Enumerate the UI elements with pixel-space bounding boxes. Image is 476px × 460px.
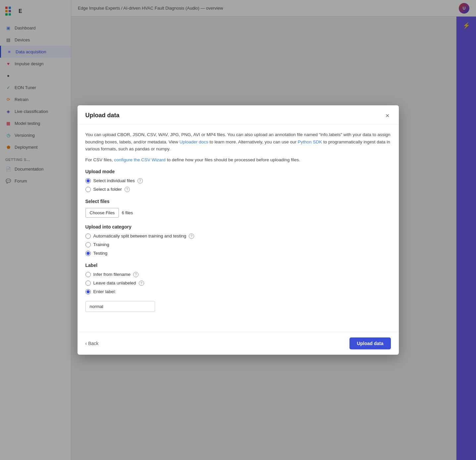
- radio-testing-label: Testing: [93, 251, 108, 256]
- radio-testing-input[interactable]: [85, 251, 91, 256]
- radio-training[interactable]: Training: [85, 242, 391, 247]
- modal-title: Upload data: [85, 112, 120, 119]
- radio-auto-label: Automatically split between training and…: [93, 233, 186, 238]
- auto-split-help-icon[interactable]: ?: [189, 233, 194, 239]
- radio-unlabeled-input[interactable]: [85, 281, 91, 286]
- upload-mode-title: Upload mode: [85, 169, 391, 174]
- python-sdk-link[interactable]: Python SDK: [298, 139, 322, 144]
- upload-data-button[interactable]: Upload data: [349, 337, 391, 349]
- infer-help-icon[interactable]: ?: [133, 272, 138, 277]
- radio-testing[interactable]: Testing: [85, 251, 391, 256]
- label-section-title: Label: [85, 263, 391, 268]
- choose-files-button[interactable]: Choose Files: [85, 208, 119, 218]
- radio-enter-label[interactable]: Enter label:: [85, 289, 391, 294]
- csv-wizard-link[interactable]: configure the CSV Wizard: [114, 157, 166, 162]
- modal-footer: ‹ Back Upload data: [78, 332, 399, 355]
- unlabeled-help-icon[interactable]: ?: [139, 281, 144, 286]
- label-text-input[interactable]: [85, 301, 155, 312]
- radio-infer-label[interactable]: Infer from filename ?: [85, 272, 391, 277]
- radio-enter-label-text: Enter label:: [93, 289, 116, 294]
- back-chevron-icon: ‹: [85, 341, 87, 346]
- description-text2: to learn more. Alternatively, you can us…: [210, 139, 296, 144]
- modal-close-button[interactable]: ×: [384, 112, 391, 119]
- upload-modal: Upload data × You can upload CBOR, JSON,…: [78, 105, 399, 355]
- modal-header: Upload data ×: [78, 105, 399, 125]
- folder-help-icon[interactable]: ?: [125, 187, 130, 192]
- back-label: Back: [88, 341, 98, 346]
- radio-folder-label: Select a folder: [93, 187, 122, 192]
- uploader-docs-link[interactable]: Uploader docs: [180, 139, 208, 144]
- modal-body: You can upload CBOR, JSON, CSV, WAV, JPG…: [78, 125, 399, 325]
- csv-note-prefix: For CSV files,: [85, 157, 113, 162]
- radio-folder-input[interactable]: [85, 187, 91, 192]
- radio-auto-input[interactable]: [85, 233, 91, 239]
- radio-individual-input[interactable]: [85, 178, 91, 183]
- upload-mode-group: Select individual files ? Select a folde…: [85, 178, 391, 192]
- radio-enter-input[interactable]: [85, 289, 91, 294]
- file-chooser-row: Choose Files 6 files: [85, 208, 391, 218]
- radio-unlabeled-label-text: Leave data unlabeled: [93, 281, 136, 285]
- modal-overlay[interactable]: Upload data × You can upload CBOR, JSON,…: [0, 0, 476, 460]
- upload-category-title: Upload into category: [85, 224, 391, 230]
- csv-note: For CSV files, configure the CSV Wizard …: [85, 157, 391, 162]
- select-files-section: Select files Choose Files 6 files: [85, 199, 391, 218]
- radio-select-folder[interactable]: Select a folder ?: [85, 187, 391, 192]
- radio-training-label: Training: [93, 242, 109, 247]
- upload-category-group: Automatically split between training and…: [85, 233, 391, 256]
- label-group: Infer from filename ? Leave data unlabel…: [85, 272, 391, 312]
- csv-note-suffix: to define how your files should be proce…: [167, 157, 300, 162]
- radio-unlabeled[interactable]: Leave data unlabeled ?: [85, 281, 391, 286]
- radio-infer-input[interactable]: [85, 272, 91, 277]
- files-count: 6 files: [122, 210, 133, 215]
- radio-training-input[interactable]: [85, 242, 91, 247]
- back-button[interactable]: ‹ Back: [85, 341, 99, 346]
- radio-infer-label-text: Infer from filename: [93, 272, 131, 277]
- radio-auto-split[interactable]: Automatically split between training and…: [85, 233, 391, 239]
- select-files-title: Select files: [85, 199, 391, 204]
- radio-individual-label: Select individual files: [93, 178, 135, 183]
- modal-description: You can upload CBOR, JSON, CSV, WAV, JPG…: [85, 131, 391, 153]
- radio-individual-files[interactable]: Select individual files ?: [85, 178, 391, 183]
- individual-help-icon[interactable]: ?: [137, 178, 143, 183]
